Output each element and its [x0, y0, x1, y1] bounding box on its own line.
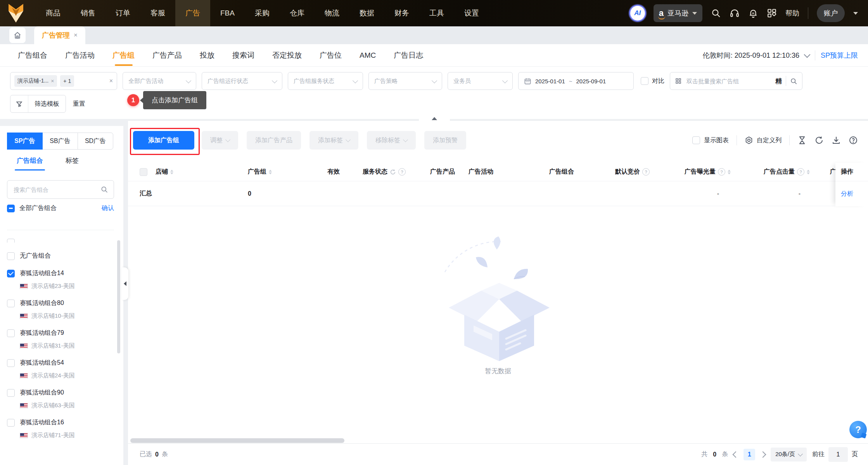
subnav-item[interactable]: AMC: [360, 46, 376, 65]
portfolio-item[interactable]: 无广告组合: [7, 252, 114, 260]
close-icon[interactable]: ×: [51, 78, 54, 84]
sidebar-scrollbar[interactable]: [117, 240, 120, 353]
table-column-header[interactable]: 广告曝光量 ?: [676, 168, 731, 176]
run-status-select[interactable]: 广告组运行状态: [202, 72, 282, 90]
ad-type-tab[interactable]: SP广告: [7, 133, 43, 150]
select-all-checkbox[interactable]: [7, 205, 15, 212]
topnav-item[interactable]: 广告: [175, 0, 210, 26]
topnav-item[interactable]: 销售: [71, 0, 105, 26]
home-button[interactable]: [9, 28, 26, 43]
sidebar-collapse-handle[interactable]: [122, 267, 128, 300]
portfolio-checkbox[interactable]: [7, 329, 15, 337]
portfolio-checkbox[interactable]: [7, 359, 15, 367]
bulk-action-button[interactable]: 添加广告产品: [247, 131, 301, 150]
table-column-header[interactable]: 店铺: [156, 168, 248, 176]
portfolio-item[interactable]: 赛狐活动组合90 演示店铺63-美国: [7, 389, 114, 409]
tab-ad-management[interactable]: 广告管理 ×: [34, 26, 85, 44]
topnav-item[interactable]: 仓库: [280, 0, 315, 26]
table-column-header[interactable]: 广告产品: [430, 168, 469, 176]
subnav-item[interactable]: 否定投放: [272, 45, 302, 66]
portfolio-item-partial[interactable]: [7, 239, 114, 243]
batch-search-input[interactable]: [686, 78, 771, 85]
portfolio-item[interactable]: 赛狐活动组合54 演示店铺24-美国: [7, 359, 114, 379]
bulk-action-button[interactable]: 添加标签: [310, 131, 358, 150]
custom-columns-button[interactable]: 自定义列: [745, 136, 782, 145]
scrollbar-thumb[interactable]: [130, 438, 344, 443]
topnav-item[interactable]: 客服: [140, 0, 175, 26]
portfolio-item[interactable]: 赛狐活动组合80 演示店铺10-美国: [7, 299, 114, 320]
help-link[interactable]: 帮助: [785, 9, 799, 18]
topnav-item[interactable]: 数据: [349, 0, 384, 26]
sp-budget-link[interactable]: SP预算上限: [821, 51, 858, 60]
sort-icon[interactable]: [807, 170, 810, 174]
store-filter[interactable]: 演示店铺-1... × + 1 ×: [10, 72, 117, 90]
sidebar-view-tab[interactable]: 广告组合: [17, 156, 43, 170]
bell-icon[interactable]: [748, 8, 758, 18]
topnav-item[interactable]: 订单: [105, 0, 140, 26]
chevron-down-icon[interactable]: [804, 51, 810, 58]
topnav-item[interactable]: 工具: [419, 0, 454, 26]
sort-icon[interactable]: [170, 170, 173, 174]
collapse-filters-tab[interactable]: [419, 116, 450, 121]
subnav-item[interactable]: 广告组合: [18, 45, 47, 66]
headset-icon[interactable]: [730, 8, 740, 18]
portfolio-checkbox[interactable]: [7, 252, 15, 260]
portfolio-checkbox[interactable]: [7, 300, 15, 307]
subnav-item[interactable]: 广告产品: [152, 45, 182, 66]
topnav-item[interactable]: 商品: [36, 0, 71, 26]
filter-template-button[interactable]: 筛选模板: [10, 95, 66, 113]
topnav-item[interactable]: 设置: [454, 0, 489, 26]
help-fab[interactable]: ?: [849, 421, 867, 438]
prev-page-button[interactable]: [733, 451, 739, 458]
sidebar-view-tab[interactable]: 标签: [66, 156, 79, 170]
topnav-item[interactable]: 财务: [384, 0, 419, 26]
compare-checkbox[interactable]: [641, 77, 648, 85]
salesman-select[interactable]: 业务员: [448, 72, 513, 90]
add-ad-group-button[interactable]: 添加广告组: [133, 131, 194, 150]
subnav-item[interactable]: 广告位: [320, 45, 342, 66]
table-column-header[interactable]: 广告组合: [549, 168, 615, 176]
confirm-button[interactable]: 确认: [102, 204, 114, 212]
help-circle-icon[interactable]: [849, 136, 858, 145]
analyze-link[interactable]: 分析: [841, 190, 853, 198]
close-icon[interactable]: ×: [74, 31, 78, 39]
funnel-icon[interactable]: [10, 95, 28, 112]
ad-type-tab[interactable]: SB广告: [42, 133, 78, 150]
ai-badge[interactable]: AI: [630, 6, 645, 21]
page-size-select[interactable]: 20条/页: [771, 448, 807, 462]
table-column-header[interactable]: 广告活动: [469, 168, 549, 176]
search-icon[interactable]: [711, 8, 721, 18]
sort-icon[interactable]: [728, 170, 731, 174]
goto-page-input[interactable]: [828, 447, 848, 462]
table-column-header[interactable]: 服务状态 ?: [363, 168, 430, 176]
ad-type-tab[interactable]: SD广告: [78, 133, 113, 150]
portfolio-item[interactable]: 赛狐活动组合14 演示店铺23-美国: [7, 269, 114, 290]
subnav-item[interactable]: 广告活动: [65, 45, 95, 66]
magnifier-icon[interactable]: [100, 186, 108, 193]
fox-logo[interactable]: [7, 3, 25, 23]
download-icon[interactable]: [832, 136, 841, 145]
table-column-header[interactable]: 默认竞价 ?: [615, 168, 676, 176]
subnav-item[interactable]: 广告组: [112, 45, 135, 66]
subnav-item[interactable]: 广告日志: [394, 45, 423, 66]
timezone-label[interactable]: 伦敦时间: 2025-09-01 12:10:36: [703, 51, 799, 60]
campaign-filter-select[interactable]: 全部广告活动: [123, 72, 196, 90]
refresh-icon[interactable]: [814, 136, 824, 145]
subnav-item[interactable]: 搜索词: [232, 45, 254, 66]
current-page[interactable]: 1: [744, 449, 755, 460]
bulk-action-button[interactable]: 添加预警: [424, 131, 466, 150]
marketplace-selector[interactable]: a 亚马逊: [654, 4, 702, 22]
topnav-item[interactable]: FBA: [210, 0, 245, 26]
topnav-item[interactable]: 采购: [245, 0, 280, 26]
next-page-button[interactable]: [760, 451, 766, 458]
group-search-input[interactable]: [13, 186, 97, 193]
clear-icon[interactable]: ×: [109, 78, 113, 84]
sort-icon[interactable]: [269, 170, 272, 174]
table-column-header[interactable]: 广告点击量 ?: [731, 168, 810, 176]
reset-button[interactable]: 重置: [73, 100, 85, 108]
portfolio-checkbox[interactable]: [7, 389, 15, 397]
store-more-tag[interactable]: + 1: [60, 75, 74, 87]
bulk-action-button[interactable]: 移除标签: [367, 131, 416, 150]
select-all-rows-checkbox[interactable]: [140, 168, 147, 176]
portfolio-checkbox[interactable]: [7, 419, 15, 427]
